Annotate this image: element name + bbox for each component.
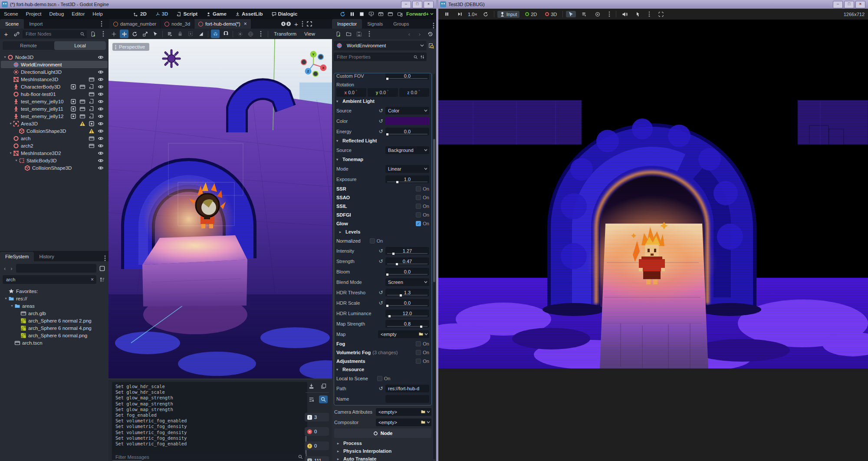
tab-inspector[interactable]: Inspector xyxy=(332,19,362,29)
tab-groups[interactable]: Groups xyxy=(388,19,414,29)
slider-intensity[interactable]: 1.27 xyxy=(385,247,429,255)
add-node-button[interactable]: + xyxy=(2,30,10,38)
remote-button[interactable]: Remote xyxy=(3,41,54,50)
revert-icon[interactable]: ↺ xyxy=(378,128,384,135)
warn-icon[interactable] xyxy=(89,128,95,134)
boxdot-icon[interactable] xyxy=(89,121,95,127)
menu-help[interactable]: Help xyxy=(89,9,107,19)
scene-tab-damage-number[interactable]: damage_number xyxy=(109,19,161,29)
script-icon[interactable] xyxy=(89,113,95,119)
text-name[interactable] xyxy=(385,395,429,403)
script-icon[interactable] xyxy=(89,99,95,105)
tab-history[interactable]: History xyxy=(34,252,59,261)
workspace-game[interactable]: Game xyxy=(203,10,230,17)
new-tab-icon[interactable]: + xyxy=(294,20,298,28)
tree-node-node3d[interactable]: ▾Node3D xyxy=(1,53,108,61)
search-output-icon[interactable] xyxy=(319,395,328,403)
revert-icon[interactable]: ↺ xyxy=(378,290,384,296)
eye-icon[interactable] xyxy=(98,69,104,75)
tree-menu-icon[interactable] xyxy=(99,30,108,38)
warning-count-badge[interactable]: ! 0 xyxy=(305,441,329,450)
camera-override-icon[interactable] xyxy=(592,11,603,18)
tab-filesystem[interactable]: FileSystem xyxy=(0,252,34,261)
eye-icon[interactable] xyxy=(98,106,104,112)
slider-custom-fov[interactable]: 0.0 xyxy=(385,73,429,80)
debug-count-badge[interactable]: ! 3 xyxy=(305,413,329,421)
filter-nodes-input[interactable] xyxy=(25,31,80,37)
checkbox-ssil[interactable] xyxy=(416,204,421,209)
close-tab-icon[interactable]: × xyxy=(244,21,247,27)
group-selected-icon[interactable] xyxy=(186,30,195,38)
tree-node-arch[interactable]: arch xyxy=(1,135,108,142)
section-tonemap[interactable]: ▾Tonemap xyxy=(336,155,429,163)
workspace-3d[interactable]: 3D xyxy=(152,10,172,17)
tree-node-worldenvironment[interactable]: WorldEnvironment xyxy=(1,61,108,68)
fs-item-arch-sphere-6-normal-4-png[interactable]: arch_Sphere 6 normal 4.png xyxy=(1,324,108,332)
edit-history-icon[interactable] xyxy=(426,30,434,38)
tree-node-meshinstance3d[interactable]: MeshInstance3D xyxy=(1,76,108,83)
tree-node-test_enemy_jelly12[interactable]: test_enemy_jelly12 xyxy=(1,112,108,120)
fs-split-mode-icon[interactable] xyxy=(99,266,106,271)
checkbox-fog[interactable] xyxy=(416,341,421,346)
fs-expand-arrow[interactable]: ▾ xyxy=(10,304,14,308)
fold-auto-translate[interactable]: ▸Auto Translate xyxy=(334,455,431,461)
script-icon[interactable] xyxy=(89,84,95,90)
pause-game-icon[interactable] xyxy=(442,11,452,17)
reload-game-icon[interactable] xyxy=(339,11,346,17)
game-2d-button[interactable]: 2D xyxy=(523,11,539,18)
property-rotation-xyz[interactable]: x0.0°y0.0°z0.0° xyxy=(336,88,429,97)
checkbox-volumetric-fog[interactable] xyxy=(416,350,421,355)
scene-tab-fort-hub-demo[interactable]: fort-hub-demo(*) × xyxy=(194,19,251,29)
tree-node-collisionshape3d[interactable]: CollisionShape3D xyxy=(1,164,108,171)
maximize-button[interactable]: □ xyxy=(844,1,854,8)
menu-scene[interactable]: Scene xyxy=(0,9,22,19)
dock-menu-icon[interactable] xyxy=(101,21,102,27)
play-scene-icon[interactable] xyxy=(378,11,384,17)
revert-icon[interactable]: ↺ xyxy=(378,300,384,306)
property-tools-icon[interactable] xyxy=(420,54,424,59)
select-list-icon[interactable] xyxy=(579,11,589,18)
fullscreen-icon[interactable] xyxy=(656,11,666,18)
stop-button-icon[interactable] xyxy=(358,11,365,17)
inspector-dock-menu-icon[interactable] xyxy=(433,21,436,29)
rotate-tool[interactable] xyxy=(130,30,139,38)
game-3d-button[interactable]: 3D xyxy=(542,11,559,18)
inspector-node-selector[interactable]: WorldEnvironment xyxy=(334,41,427,50)
pause-button-icon[interactable] xyxy=(349,11,355,17)
tree-node-meshinstance3d2[interactable]: ▾MeshInstance3D2 xyxy=(1,149,108,157)
resource-menu-icon[interactable] xyxy=(365,30,374,38)
dropdown-mode[interactable]: Linear xyxy=(385,165,429,173)
view-menu[interactable]: View xyxy=(301,31,318,36)
close-button[interactable]: × xyxy=(855,1,865,8)
filter-properties-input[interactable] xyxy=(336,54,414,60)
fs-item-arch-sphere-6-normal-png[interactable]: arch_Sphere 6 normal.png xyxy=(1,332,108,339)
next-frame-icon[interactable] xyxy=(455,11,465,17)
inspector-scrollbar[interactable] xyxy=(433,74,435,459)
eye-icon[interactable] xyxy=(98,54,104,60)
workspace-assetlib[interactable]: AssetLib xyxy=(232,10,266,17)
rotation-z-field[interactable]: z0.0° xyxy=(399,88,429,97)
checkbox-adjustments[interactable] xyxy=(416,359,421,364)
tab-signals[interactable]: Signals xyxy=(362,19,388,29)
tree-expand-arrow[interactable]: ▾ xyxy=(3,55,7,59)
output-log[interactable]: Set glow_hdr_scaleSet glow_hdr_scaleSet … xyxy=(112,382,307,454)
checkbox-glow[interactable]: ✓ xyxy=(416,221,421,226)
eye-icon[interactable] xyxy=(98,158,104,164)
renderer-dropdown[interactable]: Forward+ xyxy=(406,11,434,16)
warn-icon[interactable] xyxy=(79,121,85,127)
tree-node-test_enemy_jelly10[interactable]: test_enemy_jelly10 xyxy=(1,98,108,105)
boxdot-icon[interactable] xyxy=(70,99,76,105)
checkbox-ssr[interactable] xyxy=(416,186,421,191)
sun-settings-icon[interactable] xyxy=(236,30,244,38)
resource-camera-attributes[interactable]: <empty> xyxy=(376,408,431,416)
slider-hdr-thresho[interactable]: 1.3 xyxy=(385,289,429,296)
tree-node-arch2[interactable]: arch2 xyxy=(1,142,108,149)
fold-process[interactable]: ▸Process xyxy=(334,439,431,447)
tree-node-directionallight3d[interactable]: DirectionalLight3D xyxy=(1,68,108,76)
audio-mute-icon[interactable] xyxy=(619,11,630,18)
expand-viewport-icon[interactable] xyxy=(307,21,312,26)
fold-physics-interpolation[interactable]: ▸Physics Interpolation xyxy=(334,447,431,455)
lock-selected-icon[interactable] xyxy=(176,30,184,38)
scene-tab-node-3d[interactable]: node_3d xyxy=(161,19,194,29)
node-section-header[interactable]: Node xyxy=(334,428,431,438)
